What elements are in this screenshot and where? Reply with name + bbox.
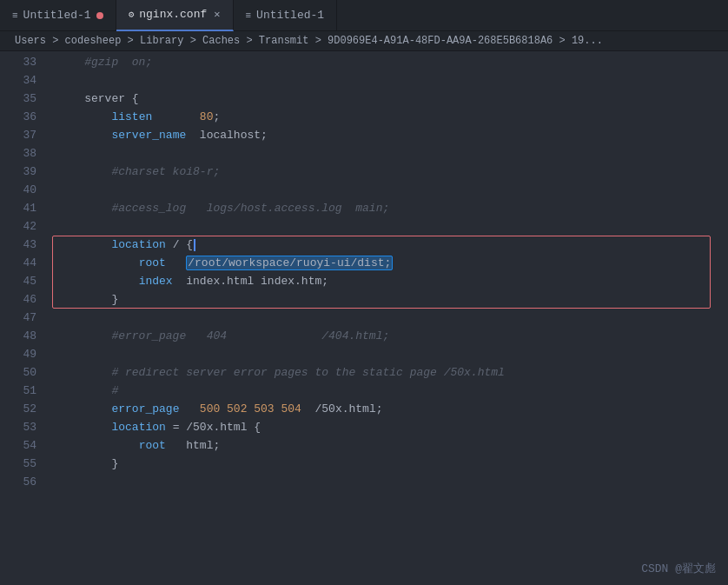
code-line-51: # (57, 382, 728, 400)
line-num-49: 49 (0, 345, 36, 363)
tab-nginx-conf[interactable]: ⚙ nginx.conf ✕ (116, 0, 234, 31)
line-num-38: 38 (0, 144, 36, 163)
code-line-52: error_page 500 502 503 504 /50x.html; (57, 400, 728, 418)
code-line-49 (57, 345, 728, 363)
line-num-46: 46 (0, 290, 36, 309)
selected-path: /root/workspace/ruoyi-ui/dist; (186, 256, 393, 270)
tab-icon-untitled-right: ≡ (246, 10, 252, 21)
code-line-47 (57, 309, 728, 327)
code-line-34 (57, 71, 728, 90)
line-num-36: 36 (0, 108, 36, 126)
code-line-33: #gzip on; (57, 53, 728, 71)
tab-modified-dot (96, 12, 103, 19)
line-num-37: 37 (0, 126, 36, 144)
line-num-50: 50 (0, 363, 36, 382)
breadcrumb-text: Users > codesheep > Library > Caches > T… (15, 35, 603, 47)
code-line-45: index index.html index.htm; (57, 272, 728, 290)
watermark: CSDN @翟文彪 (641, 561, 716, 576)
tab-label-untitled-left: Untitled-1 (23, 9, 91, 22)
code-line-39: #charset koi8-r; (57, 163, 728, 181)
code-line-50: # redirect server error pages to the sta… (57, 363, 728, 382)
code-line-41: #access_log logs/host.access.log main; (57, 199, 728, 217)
breadcrumb: Users > codesheep > Library > Caches > T… (0, 31, 728, 51)
code-line-35: server { (57, 90, 728, 108)
code-line-54: root html; (57, 436, 728, 455)
line-num-48: 48 (0, 327, 36, 345)
watermark-text: CSDN @翟文彪 (641, 562, 716, 575)
code-line-40 (57, 181, 728, 199)
line-num-54: 54 (0, 436, 36, 455)
code-line-44: root /root/workspace/ruoyi-ui/dist; (57, 254, 728, 272)
line-num-51: 51 (0, 382, 36, 400)
line-num-42: 42 (0, 217, 36, 236)
tab-icon-untitled-left: ≡ (12, 10, 18, 21)
tab-untitled-1-left[interactable]: ≡ Untitled-1 (0, 0, 116, 31)
code-line-46: } (57, 290, 728, 309)
tab-label-untitled-right: Untitled-1 (256, 9, 324, 22)
line-num-43: 43 (0, 236, 36, 254)
line-num-33: 33 (0, 53, 36, 71)
code-line-38 (57, 144, 728, 163)
code-content[interactable]: #gzip on; server { listen 80; server_nam… (43, 51, 728, 585)
tab-icon-nginx: ⚙ (129, 9, 135, 20)
code-line-55: } (57, 455, 728, 473)
line-num-40: 40 (0, 181, 36, 199)
code-line-48: #error_page 404 /404.html; (57, 327, 728, 345)
line-num-53: 53 (0, 418, 36, 436)
line-num-39: 39 (0, 163, 36, 181)
line-num-56: 56 (0, 473, 36, 491)
code-line-43: location / { (57, 236, 728, 254)
code-line-53: location = /50x.html { (57, 418, 728, 436)
editor-area: 33 34 35 36 37 38 39 40 41 42 43 44 45 4… (0, 51, 728, 585)
code-line-36: listen 80; (57, 108, 728, 126)
code-line-56 (57, 473, 728, 491)
line-num-34: 34 (0, 71, 36, 90)
tab-close-icon[interactable]: ✕ (214, 8, 220, 21)
code-line-37: server_name localhost; (57, 126, 728, 144)
line-num-55: 55 (0, 455, 36, 473)
line-numbers: 33 34 35 36 37 38 39 40 41 42 43 44 45 4… (0, 51, 43, 585)
line-num-52: 52 (0, 400, 36, 418)
line-num-41: 41 (0, 199, 36, 217)
line-num-35: 35 (0, 90, 36, 108)
text-cursor (194, 239, 195, 251)
line-num-45: 45 (0, 272, 36, 290)
line-num-44: 44 (0, 254, 36, 272)
line-num-47: 47 (0, 309, 36, 327)
title-bar: ≡ Untitled-1 ⚙ nginx.conf ✕ ≡ Untitled-1 (0, 0, 728, 31)
code-line-42 (57, 217, 728, 236)
tab-untitled-1-right[interactable]: ≡ Untitled-1 (234, 0, 338, 31)
tab-label-nginx: nginx.conf (139, 8, 207, 21)
